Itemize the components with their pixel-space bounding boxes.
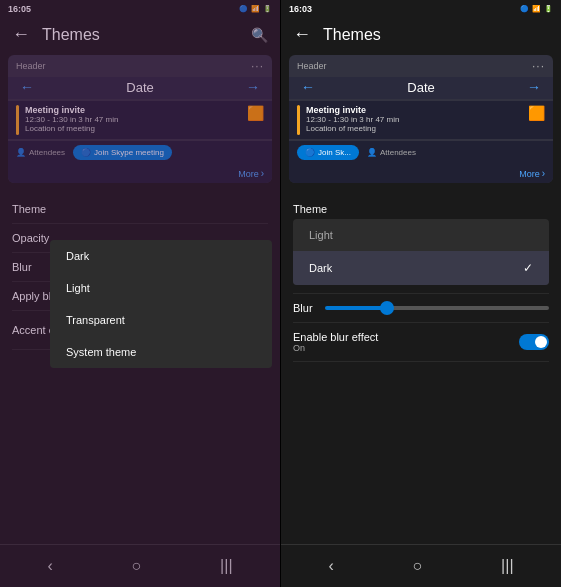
right-slider-track[interactable] xyxy=(325,306,549,310)
right-attendees: 👤 Attendees xyxy=(367,148,416,157)
right-nav-next[interactable]: → xyxy=(527,79,541,95)
right-top-bar: ← Themes xyxy=(281,18,561,51)
left-status-bar: 16:05 🔵📶🔋 xyxy=(0,0,280,18)
right-status-bar: 16:03 🔵📶🔋 xyxy=(281,0,561,18)
right-header-dots[interactable]: ··· xyxy=(532,59,545,73)
left-event-time: 12:30 - 1:30 in 3 hr 47 min xyxy=(25,115,241,124)
left-office-icon: 🟧 xyxy=(247,105,264,121)
right-selected-check: ✓ xyxy=(523,261,533,275)
right-time: 16:03 xyxy=(289,4,312,14)
right-nav-bar: ‹ ○ ||| xyxy=(281,544,561,587)
left-dropdown-light[interactable]: Light xyxy=(50,272,272,304)
left-phone-screen: 16:05 🔵📶🔋 ← Themes 🔍 Header ··· ← Date →… xyxy=(0,0,280,587)
right-event-color-bar xyxy=(297,105,300,135)
left-status-icons: 🔵📶🔋 xyxy=(239,5,272,13)
right-event-details: Meeting invite 12:30 - 1:30 in 3 hr 47 m… xyxy=(306,105,522,133)
right-enable-blur-row[interactable]: Enable blur effect On xyxy=(293,323,549,362)
left-theme-row[interactable]: Theme xyxy=(12,195,268,224)
right-blur-toggle[interactable] xyxy=(519,334,549,350)
right-event-time: 12:30 - 1:30 in 3 hr 47 min xyxy=(306,115,522,124)
left-preview-header: Header ··· xyxy=(8,55,272,77)
right-more-arrow: › xyxy=(542,168,545,179)
left-preview-more[interactable]: More › xyxy=(8,164,272,183)
right-settings: Theme Light Dark ✓ Blur xyxy=(281,187,561,544)
left-nav-date: Date xyxy=(126,80,153,95)
left-event-details: Meeting invite 12:30 - 1:30 in 3 hr 47 m… xyxy=(25,105,241,133)
right-option-light[interactable]: Light xyxy=(293,219,549,251)
right-preview-actions: 🔵 Join Sk... 👤 Attendees xyxy=(289,141,553,164)
left-blur-label: Blur xyxy=(12,261,32,273)
right-status-icons: 🔵📶🔋 xyxy=(520,5,553,13)
right-event-location: Location of meeting xyxy=(306,124,522,133)
left-header-dots[interactable]: ··· xyxy=(251,59,264,73)
right-slider-thumb[interactable] xyxy=(380,301,394,315)
left-attendees: 👤 Attendees xyxy=(16,148,65,157)
left-nav-home[interactable]: ○ xyxy=(116,553,158,579)
left-top-bar: ← Themes 🔍 xyxy=(0,18,280,51)
left-theme-label: Theme xyxy=(12,203,46,215)
right-nav-date: Date xyxy=(407,80,434,95)
right-nav-home[interactable]: ○ xyxy=(397,553,439,579)
left-opacity-label: Opacity xyxy=(12,232,49,244)
right-theme-label: Theme xyxy=(293,203,327,215)
left-nav-prev[interactable]: ← xyxy=(20,79,34,95)
right-blur-slider[interactable] xyxy=(325,306,549,310)
right-enable-blur-group: Enable blur effect On xyxy=(293,331,378,353)
left-event-location: Location of meeting xyxy=(25,124,241,133)
right-theme-row[interactable]: Theme Light Dark ✓ xyxy=(293,195,549,294)
left-preview-event: Meeting invite 12:30 - 1:30 in 3 hr 47 m… xyxy=(8,101,272,139)
left-preview-nav: ← Date → xyxy=(8,77,272,99)
right-preview-card: Header ··· ← Date → Meeting invite 12:30… xyxy=(289,55,553,183)
left-dropdown-menu: Dark Light Transparent System theme xyxy=(50,240,272,368)
left-search-icon[interactable]: 🔍 xyxy=(251,27,268,43)
left-event-title: Meeting invite xyxy=(25,105,241,115)
right-header-label: Header xyxy=(297,61,327,71)
left-nav-recent[interactable]: ||| xyxy=(204,553,248,579)
right-nav-recent[interactable]: ||| xyxy=(485,553,529,579)
right-theme-select[interactable]: Light Dark ✓ xyxy=(293,219,549,285)
left-nav-bar: ‹ ○ ||| xyxy=(0,544,280,587)
left-dropdown-system[interactable]: System theme xyxy=(50,336,272,368)
right-preview-header: Header ··· xyxy=(289,55,553,77)
left-header-label: Header xyxy=(16,61,46,71)
right-nav-back[interactable]: ‹ xyxy=(312,553,349,579)
left-back-button[interactable]: ← xyxy=(12,24,30,45)
left-dropdown-dark[interactable]: Dark xyxy=(50,240,272,272)
left-event-color-bar xyxy=(16,105,19,135)
left-nav-next[interactable]: → xyxy=(246,79,260,95)
right-event-title: Meeting invite xyxy=(306,105,522,115)
right-back-button[interactable]: ← xyxy=(293,24,311,45)
right-skype-button[interactable]: 🔵 Join Sk... xyxy=(297,145,359,160)
left-more-arrow: › xyxy=(261,168,264,179)
right-blur-label: Blur xyxy=(293,302,313,314)
left-page-title: Themes xyxy=(42,26,251,44)
right-preview-nav: ← Date → xyxy=(289,77,553,99)
left-preview-card: Header ··· ← Date → Meeting invite 12:30… xyxy=(8,55,272,183)
right-office-icon: 🟧 xyxy=(528,105,545,121)
right-option-dark[interactable]: Dark ✓ xyxy=(293,251,549,285)
left-dropdown-overlay[interactable]: Dark Light Transparent System theme xyxy=(50,240,272,368)
left-preview-actions: 👤 Attendees 🔵 Join Skype meeting xyxy=(8,141,272,164)
left-skype-button[interactable]: 🔵 Join Skype meeting xyxy=(73,145,172,160)
right-nav-prev[interactable]: ← xyxy=(301,79,315,95)
right-phone-screen: 16:03 🔵📶🔋 ← Themes Header ··· ← Date → M… xyxy=(281,0,561,587)
right-page-title: Themes xyxy=(323,26,549,44)
left-time: 16:05 xyxy=(8,4,31,14)
right-blur-row[interactable]: Blur xyxy=(293,294,549,323)
left-nav-back[interactable]: ‹ xyxy=(31,553,68,579)
right-enable-blur-sub: On xyxy=(293,343,378,353)
right-enable-blur-label: Enable blur effect xyxy=(293,331,378,343)
right-preview-more[interactable]: More › xyxy=(289,164,553,183)
right-preview-event: Meeting invite 12:30 - 1:30 in 3 hr 47 m… xyxy=(289,101,553,139)
left-dropdown-transparent[interactable]: Transparent xyxy=(50,304,272,336)
